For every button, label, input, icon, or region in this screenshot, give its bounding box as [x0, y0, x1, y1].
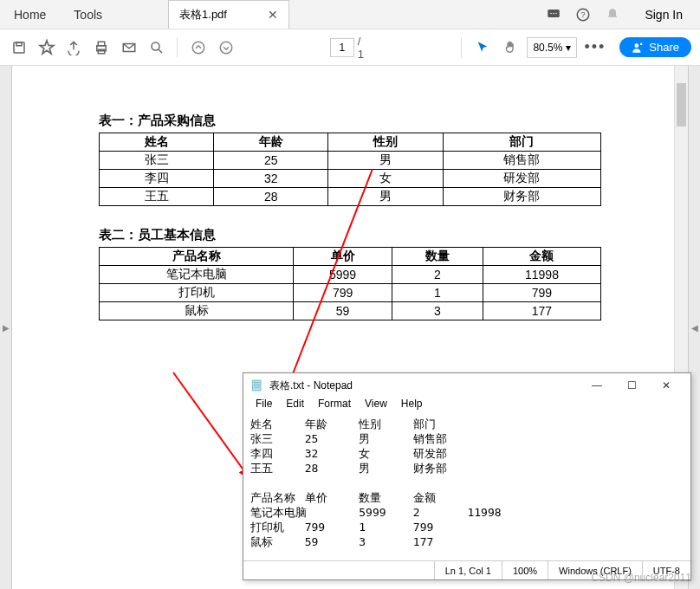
menu-tools[interactable]: Tools: [60, 0, 116, 29]
page-input[interactable]: [330, 38, 354, 57]
svg-point-1: [551, 12, 553, 14]
table-row: 王五28男财务部: [100, 188, 601, 206]
chevron-right-icon: ▶: [3, 323, 10, 333]
svg-text:?: ?: [581, 10, 586, 19]
app-toolbar: / 1 80.5% ▾ ••• Share: [0, 29, 700, 66]
minimize-button[interactable]: —: [580, 374, 614, 397]
page-up-icon[interactable]: [188, 36, 209, 60]
notepad-app-icon: [250, 379, 264, 392]
notepad-menu-format[interactable]: Format: [311, 398, 358, 415]
svg-rect-6: [14, 42, 24, 53]
close-button[interactable]: ✕: [649, 374, 684, 397]
more-icon[interactable]: •••: [584, 36, 606, 60]
table-row: 张三25男销售部: [100, 152, 601, 170]
hand-icon[interactable]: [500, 36, 521, 60]
table-row: 笔记本电脑5999211998: [100, 266, 601, 284]
table-row: 李四32女研发部: [100, 170, 601, 188]
notepad-menu-edit[interactable]: Edit: [279, 398, 311, 415]
svg-point-2: [554, 12, 555, 14]
table-row: 姓名 年龄 性别 部门: [100, 133, 601, 152]
svg-point-15: [635, 43, 639, 48]
print-icon[interactable]: [91, 36, 112, 60]
upload-icon[interactable]: [63, 36, 84, 60]
zoom-select[interactable]: 80.5% ▾: [527, 37, 577, 58]
notepad-text-area[interactable]: 姓名 年龄 性别 部门 张三 25 男 销售部 李四 32 女 研发部 王五 2…: [243, 415, 690, 553]
svg-point-3: [556, 12, 558, 14]
share-label: Share: [649, 41, 679, 54]
status-position: Ln 1, Col 1: [434, 561, 502, 579]
page-total: / 1: [358, 35, 364, 61]
notepad-statusbar: Ln 1, Col 1 100% Windows (CRLF) UTF-8: [243, 560, 690, 579]
save-icon[interactable]: [9, 36, 29, 60]
table2-caption: 表二：员工基本信息: [99, 227, 601, 243]
notepad-menu-view[interactable]: View: [358, 398, 394, 415]
notepad-titlebar[interactable]: 表格.txt - Notepad — ☐ ✕: [243, 373, 690, 398]
zoom-value: 80.5%: [533, 42, 562, 54]
status-encoding: UTF-8: [642, 561, 690, 579]
svg-rect-9: [98, 42, 105, 46]
bell-icon[interactable]: [598, 0, 627, 29]
notepad-menu-help[interactable]: Help: [394, 398, 430, 415]
notepad-window[interactable]: 表格.txt - Notepad — ☐ ✕ File Edit Format …: [243, 372, 691, 580]
svg-point-14: [220, 42, 232, 54]
svg-rect-19: [253, 380, 261, 391]
search-icon[interactable]: [146, 36, 167, 60]
pdf-table-2: 产品名称 单价 数量 金额 笔记本电脑5999211998 打印机7991799…: [99, 247, 601, 320]
status-eol: Windows (CRLF): [548, 561, 642, 579]
chat-icon[interactable]: [539, 0, 568, 29]
scroll-thumb[interactable]: [677, 83, 686, 126]
maximize-button[interactable]: ☐: [614, 374, 649, 397]
pdf-page: 表一：产品采购信息 姓名 年龄 性别 部门 张三25男销售部 李四32女研发部 …: [12, 66, 688, 346]
page-down-icon[interactable]: [216, 36, 237, 60]
svg-rect-7: [16, 42, 22, 46]
table1-caption: 表一：产品采购信息: [99, 113, 601, 129]
table-row: 打印机7991799: [100, 284, 601, 302]
left-pane-toggle[interactable]: ▶: [0, 66, 12, 589]
table-row: 鼠标593177: [100, 302, 601, 320]
mail-icon[interactable]: [119, 36, 139, 60]
tab-title: 表格1.pdf: [179, 7, 227, 23]
share-button[interactable]: Share: [619, 37, 691, 57]
table-row: 产品名称 单价 数量 金额: [100, 248, 601, 266]
svg-point-12: [152, 42, 159, 50]
menu-home[interactable]: Home: [0, 0, 60, 29]
star-icon[interactable]: [36, 36, 57, 60]
sign-in-button[interactable]: Sign In: [627, 0, 700, 29]
notepad-menu-file[interactable]: File: [249, 398, 279, 415]
chevron-left-icon: ◀: [691, 323, 698, 333]
help-icon[interactable]: ?: [568, 0, 598, 29]
svg-point-13: [192, 42, 204, 54]
notepad-menubar: File Edit Format View Help: [243, 398, 690, 415]
chevron-down-icon: ▾: [566, 42, 571, 54]
notepad-title: 表格.txt - Notepad: [269, 379, 353, 393]
select-cursor-icon[interactable]: [472, 36, 493, 60]
pdf-table-1: 姓名 年龄 性别 部门 张三25男销售部 李四32女研发部 王五28男财务部: [99, 133, 601, 206]
status-zoom: 100%: [502, 561, 548, 579]
